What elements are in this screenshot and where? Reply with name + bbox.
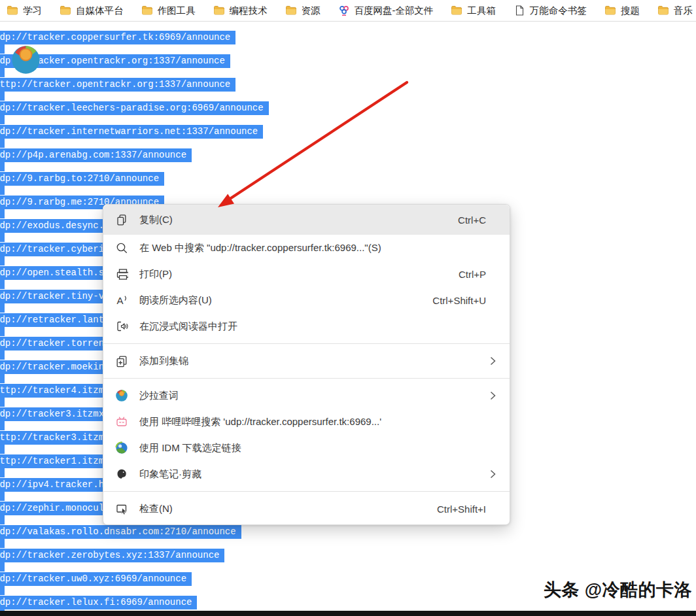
menu-item-label: 检查(N)	[139, 503, 173, 515]
selection-newline-tick	[0, 139, 5, 148]
menu-item-label: 添加到集锦	[139, 355, 188, 368]
bookmark-gongjuxiang[interactable]: 工具箱	[451, 5, 496, 17]
menu-item-search-web[interactable]: 在 Web 中搜索 "udp://tracker.coppersurfer.tk…	[103, 235, 510, 261]
tracker-url-selected: udp://tracker.zerobytes.xyz:1337/announc…	[0, 549, 224, 562]
menu-item-right	[489, 469, 496, 479]
baidu-pan-icon	[338, 5, 350, 16]
bookmark-label: 编程技术	[230, 5, 268, 17]
menu-item-label: 在沉浸式阅读器中打开	[139, 320, 237, 333]
selection-newline-tick	[0, 539, 5, 548]
selection-newline-tick	[0, 115, 5, 124]
bookmark-souti[interactable]: 搜题	[604, 5, 640, 17]
bookmark-xuexi[interactable]: 学习	[7, 5, 42, 17]
selection-newline-tick	[0, 445, 5, 454]
selection-newline-tick	[0, 68, 5, 77]
folder-icon	[604, 5, 616, 16]
bookmark-label: 资源	[302, 5, 321, 17]
bookmark-label: 工具箱	[467, 5, 496, 17]
collections-add-icon	[115, 354, 128, 368]
menu-item-label: 使用 哔哩哔哩搜索 'udp://tracker.coppersurfer.tk…	[139, 416, 381, 428]
selection-newline-tick	[0, 233, 5, 242]
saladict-icon	[115, 389, 128, 402]
immersive-reader-icon	[115, 320, 128, 333]
tracker-url-selected: http://tracker.opentrackr.org:1337/annou…	[0, 78, 235, 92]
bookmark-label: 百度网盘-全部文件	[355, 5, 434, 17]
selection-newline-tick	[0, 92, 5, 101]
page-icon	[513, 5, 525, 16]
folder-icon	[285, 5, 297, 16]
folder-icon	[451, 5, 462, 16]
menu-item-bilibili-search[interactable]: 使用 哔哩哔哩搜索 'udp://tracker.coppersurfer.tk…	[103, 409, 510, 435]
context-menu: 复制(C)Ctrl+C在 Web 中搜索 "udp://tracker.copp…	[103, 204, 510, 525]
folder-icon	[213, 5, 225, 16]
bottom-black-bar	[0, 611, 696, 616]
copy-icon	[115, 213, 128, 226]
chevron-right-icon	[489, 356, 496, 366]
bookmark-baidupan[interactable]: 百度网盘-全部文件	[338, 5, 434, 17]
tracker-url-selected: udp://valakas.rollo.dnsabr.com:2710/anno…	[0, 525, 241, 539]
selection-newline-tick	[0, 562, 5, 572]
menu-item-right	[489, 390, 496, 401]
menu-item-shortcut: Ctrl+Shift+U	[432, 295, 486, 306]
menu-separator	[103, 343, 510, 344]
tracker-url-selected: udp://tracker.uw0.xyz:6969/announce	[0, 572, 192, 586]
selection-newline-tick	[0, 374, 5, 383]
menu-item-right	[489, 356, 496, 366]
bookmark-label: 音乐	[674, 5, 693, 17]
bookmark-label: 搜题	[621, 5, 640, 17]
menu-item-inspect[interactable]: 检查(N)Ctrl+Shift+I	[103, 496, 510, 522]
bookmark-ziyuan[interactable]: 资源	[285, 5, 321, 17]
chevron-right-icon	[489, 390, 496, 401]
menu-item-right: Ctrl+C	[458, 214, 496, 226]
bookmark-label: 学习	[23, 5, 42, 17]
selection-newline-tick	[0, 515, 5, 524]
svg-text:A: A	[117, 295, 124, 306]
menu-item-label: 在 Web 中搜索 "udp://tracker.coppersurfer.tk…	[139, 242, 381, 254]
selection-newline-tick	[0, 256, 5, 265]
idm-icon	[115, 441, 128, 454]
menu-item-add-to-collections[interactable]: 添加到集锦	[103, 348, 510, 374]
selection-newline-tick	[0, 351, 5, 360]
selection-newline-tick	[0, 303, 5, 313]
selection-newline-tick	[0, 586, 5, 595]
watermark-text: 头条 @冷酷的卡洛	[544, 578, 692, 602]
menu-item-label: 复制(C)	[139, 214, 173, 226]
selection-newline-tick	[0, 44, 5, 54]
menu-item-read-aloud[interactable]: A朗读所选内容(U)Ctrl+Shift+U	[103, 287, 510, 313]
folder-icon	[60, 5, 71, 16]
selection-newline-tick	[0, 468, 5, 477]
menu-item-immersive-reader[interactable]: 在沉浸式阅读器中打开	[103, 313, 510, 339]
tracker-url-selected: udp://p4p.arenabg.com:1337/announce	[0, 148, 192, 162]
folder-icon	[7, 5, 18, 16]
menu-item-shortcut: Ctrl+P	[459, 269, 486, 280]
bilibili-icon	[115, 415, 128, 428]
menu-item-right: Ctrl+Shift+I	[437, 504, 496, 515]
tracker-url-selected: udp://tracker.lelux.fi:6969/announce	[0, 596, 197, 609]
bookmark-biancheng[interactable]: 编程技术	[213, 5, 268, 17]
bookmark-wannengmingling[interactable]: 万能命令书签	[513, 5, 587, 17]
evernote-icon	[115, 468, 128, 481]
menu-item-evernote-clip[interactable]: 印象笔记·剪藏	[103, 461, 510, 487]
bookmark-label: 万能命令书签	[530, 5, 587, 17]
tracker-url-selected: udp://tracker.coppersurfer.tk:6969/annou…	[0, 31, 235, 44]
tracker-url-selected: udp://9.rarbg.to:2710/announce	[0, 172, 164, 186]
bookmark-zimeiti[interactable]: 自媒体平台	[60, 5, 124, 17]
selection-newline-tick	[0, 327, 5, 336]
selection-newline-tick	[0, 421, 5, 430]
bookmarks-bar: 学习自媒体平台作图工具编程技术资源百度网盘-全部文件工具箱万能命令书签搜题音乐	[0, 0, 696, 22]
menu-item-copy[interactable]: 复制(C)Ctrl+C	[103, 205, 510, 235]
menu-item-idm-download[interactable]: 使用 IDM 下载选定链接	[103, 435, 510, 461]
bookmark-yinyue[interactable]: 音乐	[657, 5, 693, 17]
menu-item-saladict[interactable]: 沙拉查词	[103, 383, 510, 409]
folder-icon	[141, 5, 153, 16]
menu-item-label: 朗读所选内容(U)	[139, 294, 212, 307]
bookmark-zuotu[interactable]: 作图工具	[141, 5, 196, 17]
print-icon	[115, 267, 128, 281]
saladict-bubble-icon[interactable]	[10, 44, 41, 75]
menu-item-label: 沙拉查词	[139, 390, 179, 402]
tracker-url-selected: udp://tracker.leechers-paradise.org:6969…	[0, 101, 269, 115]
inspect-icon	[115, 502, 128, 515]
menu-item-print[interactable]: 打印(P)Ctrl+P	[103, 261, 510, 287]
selection-newline-tick	[0, 492, 5, 501]
selection-newline-tick	[0, 209, 5, 218]
